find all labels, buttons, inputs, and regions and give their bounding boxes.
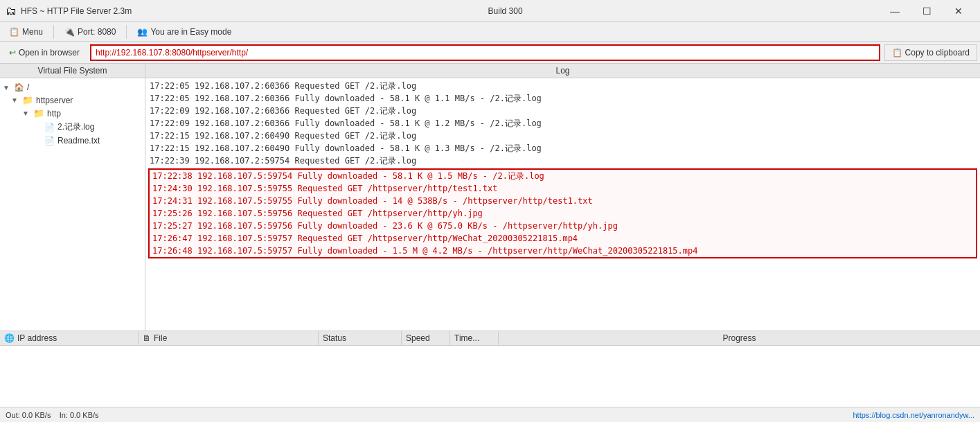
folder-icon-http: 📁 [33, 108, 44, 118]
app-title: HFS ~ HTTP File Server 2.3m [21, 6, 132, 16]
split-pane: Virtual File System ▼ 🏠 / ▼ 📁 httpserver… [0, 64, 980, 331]
file-icon-readme: 📄 [44, 136, 55, 146]
log-entry-highlighted: 17:25:26 192.168.107.5:59756 Requested G… [150, 207, 976, 220]
highlighted-log-entries: 17:22:38 192.168.107.5:59754 Fully downl… [150, 170, 976, 257]
file-icon-log: 📄 [44, 123, 55, 132]
browser-icon: ↩ [9, 48, 16, 58]
statusbar: Out: 0.0 KB/s In: 0.0 KB/s https://blog.… [0, 407, 980, 422]
expand-icon: ▼ [3, 84, 11, 91]
log-entry: 17:22:09 192.168.107.2:60366 Requested G… [148, 105, 977, 117]
port-icon: 🔌 [64, 27, 75, 37]
log-entry: 17:22:15 192.168.107.2:60490 Requested G… [148, 130, 977, 142]
folder-icon-httpserver: 📁 [22, 95, 33, 105]
divider [53, 25, 54, 39]
log-entry: 17:22:09 192.168.107.2:60366 Fully downl… [148, 117, 977, 130]
tree-item-http[interactable]: ▼ 📁 http [0, 107, 145, 120]
menu-label: Menu [22, 27, 43, 37]
log-entry-highlighted: 17:24:30 192.168.107.5:59755 Requested G… [150, 182, 976, 195]
connections-body [0, 346, 980, 407]
status-watermark: https://blog.csdn.net/yanronandyw... [853, 411, 974, 419]
urlbar: ↩ Open in browser 📋 Copy to clipboard [0, 42, 980, 64]
port-label: Port: 8080 [78, 27, 116, 37]
col-header-progress: Progress [499, 331, 980, 345]
home-icon: 🏠 [14, 82, 24, 92]
mode-button[interactable]: 👥 You are in Easy mode [131, 24, 238, 39]
app-icon: 🗂 [6, 5, 17, 17]
tree-item-readme[interactable]: 📄 Readme.txt [0, 134, 145, 147]
clipboard-icon: 📋 [892, 48, 902, 58]
tree-item-root[interactable]: ▼ 🏠 / [0, 81, 145, 94]
menu-button[interactable]: 📋 Menu [3, 24, 49, 39]
minimize-button[interactable]: — [879, 0, 911, 22]
log-entry-highlighted: 17:26:47 192.168.107.5:59757 Requested G… [150, 232, 976, 245]
divider2 [126, 25, 127, 39]
log-panel: Log 17:22:05 192.168.107.2:60366 Request… [145, 64, 980, 331]
vfs-tree[interactable]: ▼ 🏠 / ▼ 📁 httpserver ▼ 📁 http [0, 78, 145, 331]
copy-label: Copy to clipboard [905, 48, 970, 58]
close-button[interactable]: ✕ [943, 0, 974, 22]
log-entry-highlighted: 17:22:38 192.168.107.5:59754 Fully downl… [150, 170, 976, 182]
tree-label-httpserver: httpserver [36, 96, 73, 105]
tree-label-root: / [27, 82, 29, 92]
vfs-panel: Virtual File System ▼ 🏠 / ▼ 📁 httpserver… [0, 64, 145, 331]
menubar: 📋 Menu 🔌 Port: 8080 👥 You are in Easy mo… [0, 22, 980, 42]
log-entry-highlighted: 17:24:31 192.168.107.5:59755 Fully downl… [150, 195, 976, 207]
log-header: Log [145, 64, 980, 78]
url-input[interactable] [90, 44, 880, 61]
vfs-header: Virtual File System [0, 64, 145, 78]
menu-icon: 📋 [9, 27, 19, 37]
tree-item-log[interactable]: 📄 2.记录.log [0, 120, 145, 134]
mode-icon: 👥 [137, 27, 148, 37]
main-content: Virtual File System ▼ 🏠 / ▼ 📁 httpserver… [0, 64, 980, 407]
open-browser-button[interactable]: ↩ Open in browser [3, 44, 86, 61]
tree-item-httpserver[interactable]: ▼ 📁 httpserver [0, 94, 145, 107]
build-label: Build 300 [132, 6, 879, 16]
expand-icon3: ▼ [22, 109, 30, 117]
file-icon-col: 🗎 [143, 333, 151, 343]
titlebar: 🗂 HFS ~ HTTP File Server 2.3m Build 300 … [0, 0, 980, 22]
mode-label: You are in Easy mode [150, 27, 231, 37]
log-entry: 17:22:15 192.168.107.2:60490 Fully downl… [148, 142, 977, 155]
tree-label-readme: Readme.txt [57, 136, 100, 146]
col-header-speed: Speed [402, 331, 450, 345]
col-header-time: Time... [450, 331, 499, 345]
tree-label-http: http [47, 109, 61, 118]
status-left: Out: 0.0 KB/s In: 0.0 KB/s [6, 411, 99, 419]
log-entry: 17:22:05 192.168.107.2:60366 Requested G… [148, 80, 977, 92]
highlighted-log-box: 17:22:38 192.168.107.5:59754 Fully downl… [148, 168, 977, 258]
col-header-status: Status [319, 331, 402, 345]
port-button[interactable]: 🔌 Port: 8080 [58, 24, 122, 39]
normal-log-entries: 17:22:05 192.168.107.2:60366 Requested G… [148, 80, 977, 167]
log-entry: 17:22:05 192.168.107.2:60366 Fully downl… [148, 92, 977, 105]
connections-bar: 🌐 IP address 🗎 File Status Speed Time...… [0, 331, 980, 407]
status-in: In: 0.0 KB/s [60, 411, 99, 419]
col-header-ip: 🌐 IP address [0, 331, 139, 345]
log-content[interactable]: 17:22:05 192.168.107.2:60366 Requested G… [145, 78, 980, 331]
ip-icon: 🌐 [4, 333, 15, 343]
tree-label-log: 2.记录.log [57, 121, 94, 133]
copy-clipboard-button[interactable]: 📋 Copy to clipboard [884, 44, 977, 61]
expand-icon2: ▼ [11, 96, 19, 104]
open-browser-label: Open in browser [19, 48, 80, 58]
col-header-file: 🗎 File [139, 331, 319, 345]
status-out: Out: 0.0 KB/s [6, 411, 51, 419]
log-entry-highlighted: 17:25:27 192.168.107.5:59756 Fully downl… [150, 220, 976, 232]
maximize-button[interactable]: ☐ [911, 0, 943, 22]
log-entry: 17:22:39 192.168.107.2:59754 Requested G… [148, 155, 977, 167]
connections-header: 🌐 IP address 🗎 File Status Speed Time...… [0, 331, 980, 346]
log-entry-highlighted: 17:26:48 192.168.107.5:59757 Fully downl… [150, 245, 976, 257]
